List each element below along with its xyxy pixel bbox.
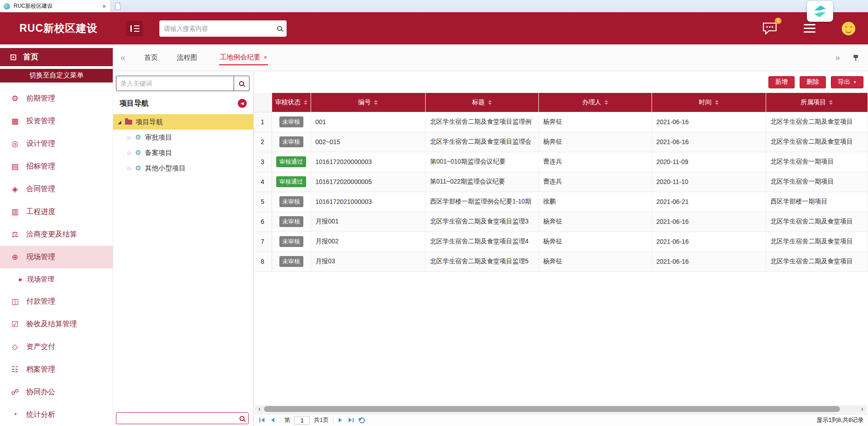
- refresh-icon[interactable]: [359, 417, 365, 423]
- column-header-project[interactable]: 所属项目: [766, 93, 868, 112]
- tabs-scroll-right-icon[interactable]: »: [835, 53, 840, 63]
- browser-tab-close-icon[interactable]: ×: [101, 3, 107, 10]
- table-row[interactable]: 4 审核通过 1016172020000005 第011~022期监理会议纪要 …: [254, 172, 868, 192]
- menu-toggle-button[interactable]: [126, 21, 143, 36]
- tree-node-filing-projects[interactable]: ▷ ⚙ 备案项目: [113, 145, 253, 160]
- sidebar-item-statistics-analysis[interactable]: ◔ 统计分析: [0, 403, 113, 426]
- tree-filter-search-button[interactable]: [235, 413, 248, 424]
- status-badge: 未审核: [279, 236, 303, 247]
- sort-icon: [304, 100, 307, 105]
- cell-date: 2021-06-16: [652, 112, 766, 132]
- status-badge: 未审核: [279, 216, 303, 227]
- next-page-button[interactable]: [337, 418, 343, 422]
- table-row[interactable]: 7 未审核 月报002 北区学生宿舍二期及食堂项目监理4 杨奔征 2021-06…: [254, 232, 868, 252]
- collapse-panel-button[interactable]: ◀: [238, 99, 247, 108]
- pin-tabs-icon[interactable]: [853, 54, 859, 61]
- tree-node-label: 备案项目: [145, 149, 172, 157]
- sidebar-item-investment-management[interactable]: ▦ 投资管理: [0, 110, 113, 132]
- tab-flowchart[interactable]: 流程图: [177, 53, 197, 62]
- sidebar-item-bidding-management[interactable]: ▤ 招标管理: [0, 155, 113, 178]
- browser-tab[interactable]: RUC新校区建设 ×: [0, 0, 111, 12]
- collapsed-icon[interactable]: ▷: [128, 135, 131, 140]
- cell-title: 北区学生宿舍二期及食堂项目监理会: [425, 132, 538, 152]
- tree-filter-input[interactable]: [116, 415, 235, 422]
- tab-site-meeting-minutes[interactable]: 工地例会纪要 ×: [219, 50, 269, 65]
- column-header-date[interactable]: 时间: [652, 93, 766, 112]
- prev-page-button[interactable]: [270, 418, 276, 422]
- table-row[interactable]: 2 未审核 002~015 北区学生宿舍二期及食堂项目监理会 杨奔征 2021-…: [254, 132, 868, 152]
- sidebar-item-home[interactable]: ⊡ 首页: [0, 48, 113, 66]
- sidebar-item-label: 档案管理: [26, 365, 55, 374]
- avatar-smiley-icon[interactable]: [842, 22, 855, 35]
- sidebar-subitem-site-management[interactable]: ▶ 现场管理: [0, 268, 113, 290]
- search-icon: [240, 416, 245, 421]
- table-row[interactable]: 5 未审核 1016172021000003 西区学部楼一期监理例会纪要1-10…: [254, 192, 868, 212]
- delete-button[interactable]: 删除: [800, 76, 826, 88]
- hamburger-menu-icon[interactable]: [804, 23, 815, 34]
- scroll-left-icon[interactable]: ‹: [255, 405, 264, 413]
- sidebar-item-contract-management[interactable]: ◈ 合同管理: [0, 178, 113, 200]
- tree-node-project-nav[interactable]: ◢ 项目导航: [113, 114, 253, 130]
- tree-node-other-small-projects[interactable]: ▷ ⚙ 其他小型项目: [113, 160, 253, 176]
- project-nav-panel: 项目导航 ◀ ◢ 项目导航 ▷ ⚙ 审批项目: [113, 71, 254, 426]
- scrollbar-track[interactable]: [264, 406, 858, 412]
- chat-icon[interactable]: 0: [762, 22, 777, 35]
- sidebar-item-collaborative-office[interactable]: ☍ 协同办公: [0, 381, 113, 403]
- design-icon: ◎: [10, 139, 20, 149]
- sidebar-item-asset-delivery[interactable]: ◇ 资产交付: [0, 335, 113, 358]
- sidebar-item-payment-management[interactable]: ◫ 付款管理: [0, 290, 113, 313]
- header-search-input[interactable]: [164, 25, 277, 32]
- horizontal-scrollbar[interactable]: ‹ ›: [255, 405, 867, 413]
- scrollbar-thumb[interactable]: [264, 406, 840, 412]
- tab-home[interactable]: 首页: [144, 53, 158, 62]
- keyword-search-button[interactable]: [234, 76, 249, 91]
- table-row[interactable]: 6 未审核 月报001 北区学生宿舍二期及食堂项目监理3 杨奔征 2021-06…: [254, 212, 868, 232]
- header-search: [159, 20, 287, 37]
- tree-node-approval-projects[interactable]: ▷ ⚙ 审批项目: [113, 130, 253, 145]
- app-logo[interactable]: [807, 1, 833, 22]
- column-header-code[interactable]: 编号: [311, 93, 425, 112]
- sidebar-item-design-management[interactable]: ◎ 设计管理: [0, 132, 113, 155]
- gear-icon: ⚙: [135, 149, 141, 157]
- switch-custom-menu-button[interactable]: 切换至自定义菜单: [0, 69, 113, 82]
- first-page-button[interactable]: [258, 418, 266, 422]
- sidebar-item-preliminary-management[interactable]: ⚙ 前期管理: [0, 87, 113, 110]
- expand-icon[interactable]: ◢: [118, 120, 121, 125]
- sidebar-item-project-progress[interactable]: ▥ 工程进度: [0, 200, 113, 223]
- table-row[interactable]: 8 未审核 月报03 北区学生宿舍二期及食堂项目监理5 杨奔征 2021-06-…: [254, 252, 868, 271]
- new-tab-button[interactable]: [111, 0, 125, 12]
- cell-code: 月报002: [311, 232, 425, 252]
- sidebar-item-negotiation-change-settlement[interactable]: ⚖ 洽商变更及结算: [0, 223, 113, 246]
- row-number: 3: [254, 152, 272, 172]
- add-button[interactable]: 新增: [768, 76, 795, 88]
- table-row[interactable]: 3 审核通过 1016172020000003 第001~010期监理会议纪要 …: [254, 152, 868, 172]
- search-icon[interactable]: [277, 26, 282, 31]
- sidebar-item-acceptance-settlement[interactable]: ☑ 验收及结算管理: [0, 313, 113, 335]
- divider: [333, 416, 333, 424]
- column-header-title[interactable]: 标题: [425, 93, 538, 112]
- last-page-button[interactable]: [347, 418, 355, 422]
- sidebar-item-archive-management[interactable]: ☷ 档案管理: [0, 358, 113, 381]
- table-row[interactable]: 1 未审核 001 北区学生宿舍二期及食堂项目监理例 杨奔征 2021-06-1…: [254, 112, 868, 132]
- cell-code: 1016172021000003: [311, 192, 425, 212]
- column-header-status[interactable]: 审核状态: [272, 93, 311, 112]
- sidebar-item-site-management[interactable]: ⊕ 现场管理: [0, 246, 113, 268]
- status-badge: 未审核: [279, 256, 303, 267]
- browser-tab-title: RUC新校区建设: [14, 2, 98, 10]
- office-icon: ☍: [10, 387, 20, 397]
- cell-code: 1016172020000005: [311, 172, 425, 192]
- page-number-input[interactable]: [294, 416, 310, 425]
- collapsed-icon[interactable]: ▷: [128, 150, 131, 156]
- collapsed-icon[interactable]: ▷: [128, 165, 131, 171]
- sidebar-menu: ⚙ 前期管理 ▦ 投资管理 ◎ 设计管理 ▤ 招标管理 ◈ 合同管理: [0, 87, 113, 426]
- gear-icon: ⚙: [135, 164, 141, 172]
- asset-icon: ◇: [10, 342, 20, 352]
- close-tab-icon[interactable]: ×: [264, 54, 268, 61]
- cell-handler: 曹连兵: [538, 152, 652, 172]
- tree-node-label: 其他小型项目: [145, 164, 186, 173]
- export-button[interactable]: 导出 ▼: [831, 76, 863, 88]
- column-header-handler[interactable]: 办理人: [538, 93, 652, 112]
- scroll-right-icon[interactable]: ›: [858, 405, 867, 413]
- tabs-scroll-left-icon[interactable]: «: [120, 53, 125, 63]
- keyword-input[interactable]: [116, 76, 234, 91]
